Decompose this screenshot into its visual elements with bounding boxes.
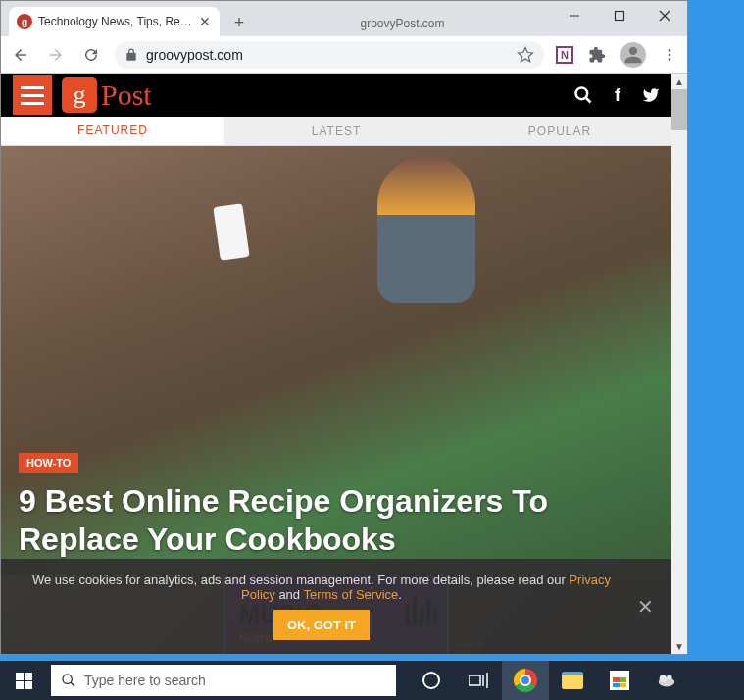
url-omnibox[interactable]: groovypost.com bbox=[115, 41, 544, 69]
tab-close-button[interactable]: ✕ bbox=[198, 15, 212, 28]
cortana-button[interactable] bbox=[408, 661, 455, 700]
logo-text: Post bbox=[101, 78, 152, 112]
tab-featured[interactable]: FEATURED bbox=[1, 117, 224, 145]
scroll-up-button[interactable]: ▲ bbox=[671, 74, 687, 89]
favicon: g bbox=[17, 14, 32, 29]
site-logo[interactable]: g Post bbox=[62, 77, 152, 113]
forward-button[interactable] bbox=[44, 43, 68, 67]
tab-title: Technology News, Tips, Reviews, bbox=[38, 15, 192, 28]
svg-line-10 bbox=[71, 682, 74, 686]
start-button[interactable] bbox=[0, 661, 47, 700]
toolbar-icons: N bbox=[556, 42, 679, 68]
task-view-button[interactable] bbox=[455, 661, 502, 700]
profile-avatar-button[interactable] bbox=[620, 42, 646, 68]
svg-point-15 bbox=[660, 675, 667, 682]
svg-rect-11 bbox=[469, 675, 480, 685]
taskbar-chrome-icon[interactable] bbox=[502, 661, 549, 700]
cookie-close-button[interactable]: ✕ bbox=[637, 595, 654, 619]
chrome-titlebar: g Technology News, Tips, Reviews, ✕ + gr… bbox=[1, 1, 687, 36]
hero-article[interactable]: HOW-TO 9 Best Online Recipe Organizers T… bbox=[1, 146, 671, 575]
back-button[interactable] bbox=[9, 43, 32, 67]
terms-of-service-link[interactable]: Terms of Service bbox=[303, 587, 398, 602]
site-header-icons: f bbox=[573, 85, 660, 106]
cookie-text: We use cookies for analytics, ads and se… bbox=[32, 573, 611, 602]
svg-point-4 bbox=[669, 49, 671, 52]
taskbar-icons bbox=[408, 661, 690, 700]
site-menu-button[interactable] bbox=[13, 75, 52, 115]
chrome-browser-window: g Technology News, Tips, Reviews, ✕ + gr… bbox=[0, 0, 688, 655]
search-icon[interactable] bbox=[573, 85, 593, 105]
svg-point-6 bbox=[669, 58, 671, 61]
svg-point-7 bbox=[576, 88, 588, 100]
browser-tab[interactable]: g Technology News, Tips, Reviews, ✕ bbox=[9, 7, 220, 36]
svg-line-8 bbox=[586, 98, 591, 103]
onenote-extension-icon[interactable]: N bbox=[556, 46, 573, 64]
twitter-icon[interactable] bbox=[642, 86, 660, 104]
svg-rect-1 bbox=[616, 12, 624, 21]
cookie-accept-button[interactable]: OK, GOT IT bbox=[273, 610, 370, 640]
taskbar-microsoft-store-icon[interactable] bbox=[596, 661, 643, 700]
scroll-down-button[interactable]: ▼ bbox=[671, 638, 687, 654]
svg-point-9 bbox=[63, 675, 72, 683]
star-bookmark-icon[interactable] bbox=[517, 46, 534, 64]
close-window-button[interactable] bbox=[642, 1, 687, 30]
site-header: g Post f bbox=[1, 74, 671, 117]
lock-icon bbox=[124, 48, 138, 62]
reload-button[interactable] bbox=[79, 43, 103, 67]
logo-icon: g bbox=[62, 77, 97, 113]
search-placeholder: Type here to search bbox=[84, 673, 206, 688]
category-tabs: FEATURED LATEST POPULAR bbox=[1, 117, 671, 146]
chrome-menu-button[interactable] bbox=[660, 45, 679, 65]
minimize-button[interactable] bbox=[552, 1, 597, 30]
hero-title: 9 Best Online Recipe Organizers To Repla… bbox=[19, 482, 654, 558]
address-bar: groovypost.com N bbox=[1, 36, 687, 74]
page-viewport: g Post f FEATURED LATEST POPULAR HOW-TO bbox=[1, 74, 687, 654]
svg-point-16 bbox=[667, 675, 672, 681]
tab-latest[interactable]: LATEST bbox=[224, 117, 448, 145]
category-badge: HOW-TO bbox=[19, 453, 78, 473]
taskbar-file-explorer-icon[interactable] bbox=[549, 661, 596, 700]
new-tab-button[interactable]: + bbox=[225, 9, 253, 36]
extensions-icon[interactable] bbox=[587, 45, 607, 65]
taskbar-app-icon[interactable] bbox=[643, 661, 690, 700]
windows-taskbar: Type here to search bbox=[0, 661, 744, 700]
cookie-consent-banner: We use cookies for analytics, ads and se… bbox=[1, 559, 671, 654]
maximize-button[interactable] bbox=[597, 1, 642, 30]
svg-point-5 bbox=[669, 53, 671, 56]
scrollbar-track[interactable] bbox=[671, 74, 687, 654]
search-icon bbox=[61, 673, 76, 688]
window-title-hint: groovyPost.com bbox=[253, 17, 552, 36]
window-controls bbox=[552, 1, 687, 30]
tab-popular[interactable]: POPULAR bbox=[448, 117, 671, 145]
taskbar-search-box[interactable]: Type here to search bbox=[51, 665, 396, 696]
url-text: groovypost.com bbox=[146, 47, 509, 63]
facebook-icon[interactable]: f bbox=[615, 85, 620, 106]
scrollbar-thumb[interactable] bbox=[671, 89, 687, 130]
